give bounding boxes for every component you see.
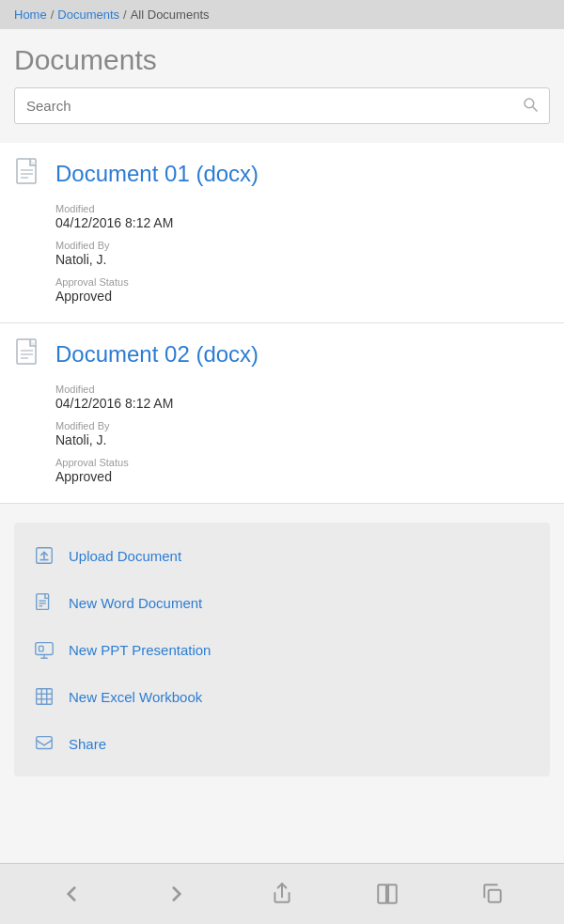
svg-rect-20	[39, 646, 44, 651]
book-button[interactable]	[367, 873, 408, 915]
meta-modified-1: Modified 04/12/2016 8:12 AM	[55, 203, 550, 230]
document-title-2[interactable]: Document 02 (docx)	[55, 341, 258, 368]
new-word-document-button[interactable]: New Word Document	[14, 579, 550, 626]
document-list: Document 01 (docx) Modified 04/12/2016 8…	[0, 143, 564, 504]
meta-approval-label-2: Approval Status	[55, 457, 550, 468]
meta-by-label-2: Modified By	[55, 420, 550, 431]
document-icon-2	[14, 338, 44, 370]
document-header-1: Document 01 (docx)	[14, 158, 550, 190]
upload-document-button[interactable]: Upload Document	[14, 532, 550, 579]
svg-rect-30	[489, 890, 501, 902]
meta-by-label-1: Modified By	[55, 240, 550, 251]
document-meta-2: Modified 04/12/2016 8:12 AM Modified By …	[14, 384, 550, 484]
bottom-toolbar	[0, 863, 564, 924]
svg-rect-17	[36, 643, 53, 655]
svg-line-1	[533, 106, 538, 111]
meta-approval-value-2: Approved	[55, 469, 550, 484]
main-content: Documents	[0, 29, 564, 863]
upload-document-label: Upload Document	[69, 548, 181, 564]
document-header-2: Document 02 (docx)	[14, 338, 550, 370]
svg-point-0	[525, 99, 534, 108]
meta-approval-value-1: Approved	[55, 289, 550, 304]
table-row[interactable]: Document 02 (docx) Modified 04/12/2016 8…	[0, 323, 564, 504]
breadcrumb-documents[interactable]: Documents	[57, 8, 119, 22]
page-title: Documents	[0, 29, 564, 87]
meta-modified-label-1: Modified	[55, 203, 550, 214]
share-label: Share	[69, 736, 106, 752]
breadcrumb-current: All Documents	[131, 8, 210, 22]
document-meta-1: Modified 04/12/2016 8:12 AM Modified By …	[14, 203, 550, 304]
meta-by-value-2: Natoli, J.	[55, 432, 550, 447]
meta-by-2: Modified By Natoli, J.	[55, 420, 550, 447]
meta-by-value-1: Natoli, J.	[55, 252, 550, 267]
new-ppt-label: New PPT Presentation	[69, 642, 211, 658]
meta-modified-date-2: 04/12/2016 8:12 AM	[55, 396, 550, 411]
breadcrumb-sep-1: /	[51, 8, 55, 22]
share-icon	[33, 732, 55, 755]
meta-approval-1: Approval Status Approved	[55, 276, 550, 304]
svg-rect-13	[37, 594, 49, 610]
new-ppt-button[interactable]: New PPT Presentation	[14, 626, 550, 673]
breadcrumb-sep-2: /	[123, 8, 127, 22]
copy-button[interactable]	[472, 873, 513, 915]
document-title-1[interactable]: Document 01 (docx)	[55, 161, 258, 187]
meta-modified-label-2: Modified	[55, 384, 550, 395]
svg-rect-26	[37, 737, 53, 749]
meta-approval-2: Approval Status Approved	[55, 457, 550, 484]
search-icon	[522, 96, 539, 117]
search-container	[14, 87, 550, 124]
meta-by-1: Modified By Natoli, J.	[55, 240, 550, 267]
share-toolbar-button[interactable]	[261, 873, 303, 915]
ppt-icon	[33, 638, 55, 661]
svg-rect-21	[37, 689, 53, 705]
breadcrumb: Home / Documents / All Documents	[0, 0, 564, 29]
meta-modified-date-1: 04/12/2016 8:12 AM	[55, 215, 550, 230]
meta-approval-label-1: Approval Status	[55, 276, 550, 288]
new-word-label: New Word Document	[69, 595, 202, 611]
document-icon-1	[14, 158, 44, 190]
upload-icon	[33, 544, 55, 567]
action-menu: Upload Document New Word Document	[14, 523, 550, 776]
new-excel-button[interactable]: New Excel Workbook	[14, 673, 550, 720]
forward-button[interactable]	[156, 873, 197, 915]
meta-modified-2: Modified 04/12/2016 8:12 AM	[55, 384, 550, 411]
breadcrumb-home[interactable]: Home	[14, 8, 47, 22]
search-input[interactable]	[14, 87, 550, 124]
word-icon	[33, 591, 55, 614]
back-button[interactable]	[51, 873, 92, 915]
share-button[interactable]: Share	[14, 720, 550, 767]
excel-icon	[33, 685, 55, 708]
new-excel-label: New Excel Workbook	[69, 689, 202, 705]
table-row[interactable]: Document 01 (docx) Modified 04/12/2016 8…	[0, 143, 564, 323]
